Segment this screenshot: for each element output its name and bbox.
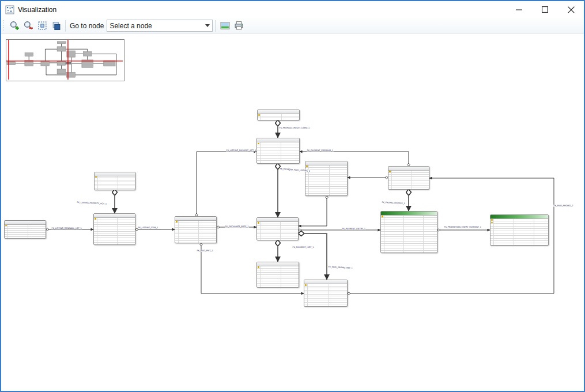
- minimize-icon: [516, 6, 522, 13]
- fk-edge-label: FK_PREPAID_CREDIT_CARD_1: [279, 127, 310, 129]
- table-node[interactable]: AD_ORDERAD_ORDER_IDSMALLINT(5, 0)LISTING…: [175, 216, 217, 243]
- export-image-button[interactable]: [218, 20, 231, 32]
- minimap-overview[interactable]: [6, 39, 124, 81]
- table-row: LAST_CHANGED_TIMEDATE: [175, 240, 216, 243]
- table-node-body: LISTING_RENEWAL_IDSMALLINT(5, 0)LISTING_…: [5, 225, 46, 238]
- table-node[interactable]: INVOICEINVOICE_IDSMALLINT(5, 0)PAYMENT_K…: [388, 166, 429, 190]
- window-controls: [506, 1, 584, 18]
- table-node-body: LISTING_IDSMALLINT(5, 0)LISTING_KEYVARCH…: [94, 218, 135, 244]
- column-type: VARCHAR(255): [281, 118, 299, 120]
- table-row: LAST_CHANGED_TIMEDATE: [257, 238, 298, 240]
- minimap-node: [57, 42, 66, 43]
- table-node[interactable]: LISTINGLISTING_IDSMALLINT(5, 0)LISTING_K…: [93, 213, 135, 245]
- table-node-title: INVOICE: [388, 167, 429, 171]
- table-node-title: PAYMENT_HISTORY: [257, 262, 299, 266]
- maximize-button[interactable]: [532, 1, 558, 18]
- fk-edge-label: FK_LISTING_RENEWAL_LST_1: [51, 227, 82, 229]
- close-icon: [568, 6, 575, 13]
- column-type: DATE: [412, 187, 429, 189]
- minimize-button[interactable]: [506, 1, 532, 18]
- table-node-title: PAID: [304, 280, 347, 284]
- table-node-body: CREDIT_CARD_IDSMALLINT(5, 0)NUMBERVARCHA…: [258, 114, 299, 120]
- combo-dropdown-icon[interactable]: [203, 20, 212, 31]
- table-node[interactable]: PROMOTION_PAYMENTPROMOTION_PAY_IDDECIMAL…: [490, 214, 549, 246]
- minimap-node: [41, 61, 50, 66]
- column-name: LAST_CHANGED_TIME: [309, 194, 329, 195]
- table-node[interactable]: PAYMENT_HISTORYPAYMENT_HIST_IDSMALLINT(5…: [256, 262, 299, 288]
- table-node-title: PREMIUM: [305, 161, 347, 165]
- table-node-body: LISTING_PRIORITY_IDSMALLINT(5, 0)LISTING…: [95, 176, 135, 190]
- column-name: LAST_CHANGED_TIME: [179, 241, 198, 243]
- column-name: LAST_CHANGED_TIME: [308, 304, 329, 306]
- fk-edge-label: FK_LISTING_ITEM_1: [138, 227, 158, 229]
- table-node[interactable]: PAYMENTPAYMENT_IDSMALLINT(5, 0)LISTING_K…: [256, 138, 300, 164]
- zoom-in-icon: [10, 21, 20, 31]
- titlebar: Visualization: [1, 1, 584, 18]
- table-node[interactable]: LISTING_PRIORITYLISTING_PRIORITY_IDSMALL…: [94, 172, 135, 190]
- fk-edge-label: FK_EXCHANGE_RATE_1: [225, 225, 249, 228]
- table-row: LAST_CHANGED_TIMEDATE: [94, 242, 135, 244]
- table-node-body: PAYMENT_OPT_IDSMALLINT(5, 0)LISTING_KEYV…: [257, 222, 298, 240]
- column-name: EXPIRY: [261, 118, 281, 120]
- toolbar-grip[interactable]: [3, 20, 5, 32]
- table-node-title: LISTING_PRIORITY: [95, 172, 135, 176]
- column-type: SMALLINT(5, 0): [281, 161, 299, 163]
- table-node-title: PAYMENT: [257, 138, 299, 142]
- column-name: LAST_CHANGED_TIME: [392, 187, 412, 189]
- column-name: LAST_CHANGED_TIME: [261, 239, 280, 240]
- print-button[interactable]: [232, 20, 245, 32]
- table-node-body: PAYMENT_IDSMALLINT(5, 0)LISTING_KEYVARCH…: [257, 142, 299, 163]
- column-type: VARCHAR(255): [514, 243, 534, 245]
- fk-edge-label: FK_PROMO_INVOICE_1: [382, 201, 406, 205]
- minimap-node: [7, 62, 16, 65]
- node-select-combobox[interactable]: Select a node: [107, 20, 213, 32]
- zoom-fit-button[interactable]: [36, 20, 48, 32]
- image-icon: [220, 21, 230, 31]
- toolbar-separator: [65, 20, 66, 32]
- table-node-title: CREDIT_CARD: [258, 110, 299, 114]
- table-node[interactable]: PAYMENT_OPTIONPAYMENT_OPT_IDSMALLINT(5, …: [256, 217, 299, 240]
- table-node[interactable]: PREMIUMPREMIUM_IDSMALLINT(5, 0)LISTING_K…: [305, 161, 348, 196]
- column-name: CURRENCY_ID: [261, 161, 281, 163]
- overview-toggle-button[interactable]: [50, 20, 62, 32]
- table-node[interactable]: PAIDPAID_IDSMALLINT(5, 0)LISTING_KEYVARC…: [304, 280, 348, 307]
- minimap-edge: [45, 49, 57, 61]
- table-row: LAST_CHANGED_TIMEDATE: [304, 304, 347, 306]
- close-button[interactable]: [558, 1, 584, 18]
- column-name: TAX_PROCESSED: [494, 243, 514, 245]
- maximize-icon: [542, 6, 548, 13]
- zoom-out-button[interactable]: [22, 20, 35, 32]
- minimap-canvas: [6, 40, 123, 80]
- table-row: NOTEVARCHAR(255): [95, 188, 135, 190]
- fk-edge-label: FK_PAID_PROMO_REF_1: [328, 266, 353, 269]
- table-node-body: PAYMENT_HIST_IDSMALLINT(5, 0)LISTING_KEY…: [257, 266, 299, 287]
- table-row: LAST_CHANGED_TIMEDATE: [388, 187, 429, 189]
- table-node-body: PREMIUM_IDSMALLINT(5, 0)LISTING_KEYVARCH…: [305, 165, 347, 195]
- column-type: DATE: [117, 243, 135, 244]
- column-name: LAST_CHANGED_TIME: [97, 243, 117, 244]
- column-type: VARCHAR(255): [118, 189, 135, 190]
- zoom-in-button[interactable]: [8, 20, 21, 32]
- fk-edge-label: FK_PAYMENT_PREMIUM_1: [307, 149, 334, 152]
- table-node-title: PROMOTION_INVOICE: [381, 212, 437, 216]
- app-icon: [5, 5, 14, 14]
- table-node-title: PROMOTION_PAYMENT: [490, 215, 548, 219]
- table-node[interactable]: LISTING_RENEWALLISTING_RENEWAL_IDSMALLIN…: [4, 220, 46, 239]
- table-node[interactable]: CREDIT_CARDCREDIT_CARD_IDSMALLINT(5, 0)N…: [257, 110, 300, 120]
- visualization-window: CREDIT_CARDCREDIT_CARD_IDSMALLINT(5, 0)N…: [0, 0, 585, 392]
- minimap-node: [57, 47, 66, 51]
- table-node-body: PROMOTION_INV_IDSMALLINT(5, 0)LISTING_KE…: [381, 216, 437, 252]
- table-row: PRICEDECIMAL(12, 2): [381, 250, 437, 252]
- table-node-body: AD_ORDER_IDSMALLINT(5, 0)LISTING_KEYVARC…: [175, 221, 216, 243]
- table-node[interactable]: PROMOTION_INVOICEPROMOTION_INV_IDSMALLIN…: [380, 211, 437, 253]
- relationship-edge: [299, 233, 327, 280]
- toolbar-separator: [215, 20, 216, 32]
- column-type: DATE: [280, 239, 298, 240]
- fk-edge-label: FK_LISTING_PAYMENT_ACT_1: [226, 149, 256, 152]
- column-type: DATE: [329, 304, 347, 306]
- diagram-canvas[interactable]: CREDIT_CARDCREDIT_CARD_IDSMALLINT(5, 0)N…: [1, 1, 584, 391]
- table-row: LAST_CHANGED_TIMEDATE: [257, 285, 299, 287]
- column-name: LAST_CHANGED_TIME: [261, 285, 281, 287]
- printer-icon: [234, 21, 244, 31]
- table-node-title: LISTING_RENEWAL: [5, 221, 46, 225]
